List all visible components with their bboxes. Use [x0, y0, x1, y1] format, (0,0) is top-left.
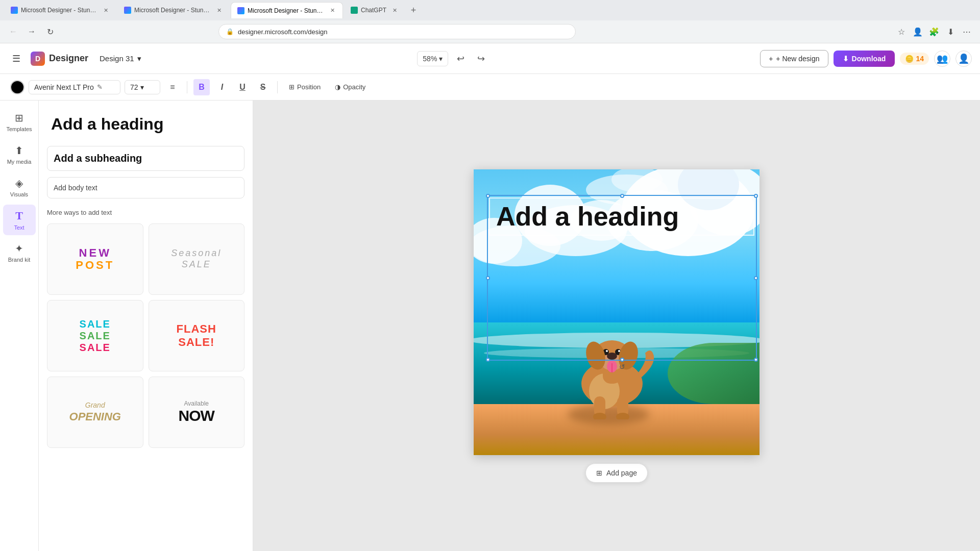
profile-icon[interactable]: 👤: [911, 24, 925, 39]
coins-badge: 🪙 14: [900, 53, 929, 65]
sidebar-item-templates[interactable]: ⊞ Templates: [3, 107, 36, 137]
download-label: Download: [852, 55, 886, 63]
sidebar-item-visuals[interactable]: ◈ Visuals: [3, 172, 36, 203]
clouds-svg: [474, 169, 760, 312]
canvas-container[interactable]: Add a heading ↺: [474, 169, 760, 455]
share-button[interactable]: 👥: [934, 51, 950, 67]
text-color-picker[interactable]: [10, 80, 24, 94]
browser-menu-icon[interactable]: ⋯: [960, 24, 974, 39]
tab-close-3[interactable]: ✕: [328, 7, 336, 15]
tab-close-1[interactable]: ✕: [102, 6, 110, 14]
tab-label-1: Microsoft Designer - Stunning: [21, 7, 99, 14]
opacity-icon: ◑: [335, 83, 340, 91]
add-subheading-button[interactable]: Add a subheading: [47, 146, 244, 171]
sidebar-item-brand-kit[interactable]: ✦ Brand kit: [3, 237, 36, 268]
new-design-icon: +: [769, 55, 773, 63]
more-ways-label: More ways to add text: [47, 209, 244, 216]
url-bar[interactable]: 🔒 designer.microsoft.com/design: [218, 24, 576, 39]
new-design-button[interactable]: + + New design: [760, 50, 828, 67]
tab-label-3: Microsoft Designer - Stunning: [248, 7, 325, 14]
font-selector[interactable]: Avenir Next LT Pro ✎: [29, 80, 120, 94]
download-button[interactable]: ⬇ Download: [834, 51, 895, 67]
text-style-seasonal-sale[interactable]: Seasonal SALE: [149, 223, 245, 295]
dog-svg: [566, 317, 658, 419]
browser-tab-4[interactable]: ChatGPT ✕: [344, 2, 405, 18]
undo-button[interactable]: ↩: [452, 51, 469, 67]
sidebar-label-my-media: My media: [7, 159, 32, 165]
sale-triple-preview: SALE SALE SALE: [80, 318, 111, 354]
extensions-icon[interactable]: 🧩: [927, 24, 941, 39]
font-size-selector[interactable]: 72 ▾: [125, 80, 160, 94]
favorites-icon[interactable]: ☆: [894, 24, 909, 39]
designer-logo: D Designer: [31, 52, 88, 66]
hamburger-button[interactable]: ☰: [8, 51, 24, 67]
designer-logo-icon: D: [31, 52, 45, 66]
add-heading-label: Add a heading: [51, 115, 163, 133]
browser-tab-2[interactable]: Microsoft Designer - Stunning ✕: [117, 2, 230, 18]
redo-button[interactable]: ↪: [473, 51, 489, 67]
text-icon: T: [15, 209, 23, 222]
new-post-preview: NEW POST: [76, 247, 114, 271]
italic-label: I: [221, 83, 223, 92]
tab-close-2[interactable]: ✕: [215, 6, 223, 14]
toolbar-right: + + New design ⬇ Download 🪙 14 👥 👤: [760, 50, 972, 67]
font-name-label: Avenir Next LT Pro: [34, 83, 94, 91]
text-align-button[interactable]: ≡: [164, 79, 181, 95]
italic-button[interactable]: I: [214, 79, 230, 95]
zoom-chevron: ▾: [439, 55, 443, 63]
tab-favicon-4: [351, 7, 358, 14]
my-media-icon: ⬆: [15, 144, 23, 157]
add-page-icon: ⊞: [596, 469, 602, 477]
position-button[interactable]: ⊞ Position: [284, 81, 326, 93]
tab-close-4[interactable]: ✕: [390, 6, 399, 14]
canvas-area[interactable]: Add a heading ↺ ⊞ Add page: [253, 101, 980, 551]
profile-button[interactable]: 👤: [955, 51, 972, 67]
canvas-heading-text[interactable]: Add a heading: [489, 197, 754, 236]
browser-tab-3[interactable]: Microsoft Designer - Stunning ✕: [231, 2, 343, 18]
strikethrough-button[interactable]: S: [255, 79, 271, 95]
underline-button[interactable]: U: [234, 79, 251, 95]
add-page-button[interactable]: ⊞ Add page: [585, 463, 648, 483]
download-manager-icon[interactable]: ⬇: [943, 24, 958, 39]
brand-kit-icon: ✦: [15, 242, 23, 255]
tab-favicon-1: [11, 7, 18, 14]
refresh-button[interactable]: ↻: [43, 24, 57, 39]
strikethrough-label: S: [260, 83, 266, 92]
browser-tab-1[interactable]: Microsoft Designer - Stunning ✕: [4, 2, 116, 18]
sidebar-label-visuals: Visuals: [10, 191, 28, 197]
design-name-chevron: ▾: [137, 54, 141, 63]
svg-point-19: [606, 350, 608, 352]
app-toolbar: ☰ D Designer Design 31 ▾ 58% ▾ ↩ ↪ + + N…: [0, 43, 980, 74]
zoom-selector[interactable]: 58% ▾: [417, 51, 448, 66]
toolbar-center: 58% ▾ ↩ ↪: [153, 51, 754, 67]
add-subheading-label: Add a subheading: [54, 153, 142, 164]
sidebar-item-text[interactable]: T Text: [3, 205, 36, 235]
url-text: designer.microsoft.com/design: [238, 28, 328, 36]
text-style-grand-opening[interactable]: Grand OPENING: [47, 377, 143, 448]
browser-actions: ☆ 👤 🧩 ⬇ ⋯: [894, 24, 974, 39]
tab-label-4: ChatGPT: [361, 7, 387, 14]
tab-favicon-2: [124, 7, 131, 14]
position-icon: ⊞: [289, 83, 295, 91]
left-sidebar: ⊞ Templates ⬆ My media ◈ Visuals T Text …: [0, 101, 39, 551]
add-heading-button[interactable]: Add a heading: [47, 111, 244, 138]
sidebar-label-brand-kit: Brand kit: [8, 257, 30, 263]
text-panel: Add a heading Add a subheading Add body …: [39, 101, 253, 551]
heading-text-content: Add a heading: [496, 202, 679, 231]
text-style-new-post[interactable]: NEW POST: [47, 223, 143, 295]
text-style-sale-triple[interactable]: SALE SALE SALE: [47, 300, 143, 371]
grand-opening-preview: Grand OPENING: [69, 400, 121, 424]
opacity-button[interactable]: ◑ Opacity: [330, 81, 371, 93]
sidebar-item-my-media[interactable]: ⬆ My media: [3, 139, 36, 170]
text-style-flash-sale[interactable]: FLASHSALE!: [149, 300, 245, 371]
bold-button[interactable]: B: [193, 79, 210, 95]
design-name-button[interactable]: Design 31 ▾: [94, 51, 146, 66]
text-style-available-now[interactable]: Available NOW: [149, 377, 245, 448]
sidebar-label-text: Text: [14, 224, 24, 231]
back-button[interactable]: ←: [6, 24, 20, 39]
new-tab-button[interactable]: +: [406, 3, 421, 17]
app-body: ⊞ Templates ⬆ My media ◈ Visuals T Text …: [0, 101, 980, 551]
forward-button[interactable]: →: [24, 24, 39, 39]
add-body-button[interactable]: Add body text: [47, 177, 244, 198]
zoom-value: 58%: [423, 55, 437, 63]
